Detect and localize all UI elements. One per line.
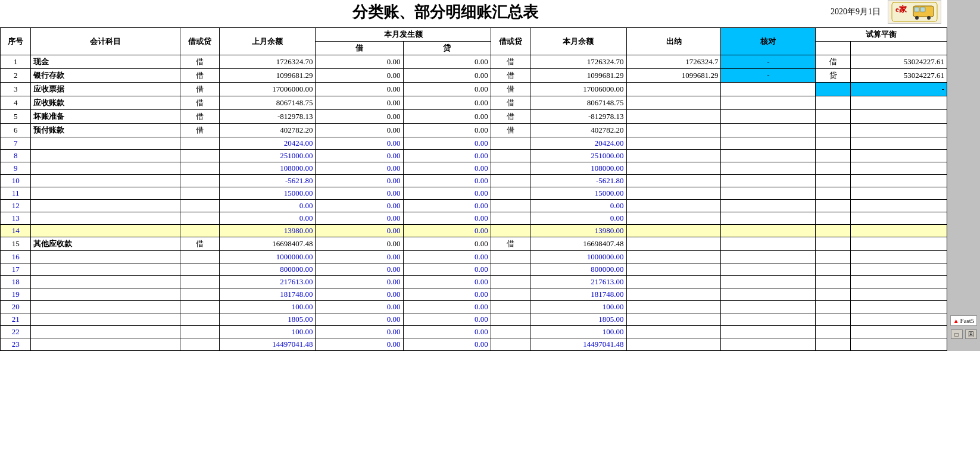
dc1-cell: [180, 301, 219, 313]
table-area: 分类账、部分明细账汇总表 2020年9月1日 e家: [0, 0, 947, 351]
debit-cell: 0.00: [316, 313, 403, 326]
trial-label-cell: [816, 263, 851, 276]
account-cell: [31, 251, 180, 263]
seq-cell: 20: [1, 301, 31, 313]
prev-balance-cell: 1000000.00: [219, 251, 316, 263]
fast5-label: Fast5: [960, 317, 975, 324]
cashier-cell: [626, 212, 721, 225]
trial-value-cell: [851, 175, 947, 187]
prev-balance-cell: 100.00: [219, 326, 316, 338]
col-header-credit: 贷: [403, 42, 491, 55]
curr-balance-cell: 251000.00: [530, 150, 626, 162]
trial-label-cell: [816, 276, 851, 288]
cashier-cell: [626, 263, 721, 276]
curr-balance-cell: 1805.00: [530, 313, 626, 326]
col-header-trial: 试算平衡: [816, 28, 947, 42]
cashier-cell: [626, 83, 721, 96]
restore-button[interactable]: 回: [965, 329, 977, 339]
col-header-current-period: 本月发生额: [316, 28, 491, 42]
trial-value-cell: [851, 313, 947, 326]
dc2-cell: [491, 326, 530, 338]
curr-balance-cell: 15000.00: [530, 187, 626, 200]
dc2-cell: 借: [491, 96, 530, 110]
debit-cell: 0.00: [316, 276, 403, 288]
side-panel: ▲ Fast5 □ 回: [947, 0, 980, 351]
credit-cell: 0.00: [403, 83, 491, 96]
account-cell: [31, 313, 180, 326]
account-cell: [31, 301, 180, 313]
prev-balance-cell: 108000.00: [219, 162, 316, 175]
main-table: 序号 会计科目 借或贷 上月余额 本月发生额 借或贷 本月余额 出纳 核对 试算…: [0, 27, 947, 351]
page-container: 分类账、部分明细账汇总表 2020年9月1日 e家: [0, 0, 980, 351]
table-row: 19 181748.00 0.00 0.00 181748.00: [1, 288, 947, 301]
debit-cell: 0.00: [316, 124, 403, 137]
cashier-cell: [626, 175, 721, 187]
debit-cell: 0.00: [316, 251, 403, 263]
debit-cell: 0.00: [316, 55, 403, 69]
debit-cell: 0.00: [316, 326, 403, 338]
verify-cell: [721, 150, 816, 162]
seq-cell: 7: [1, 137, 31, 150]
dc1-cell: [180, 150, 219, 162]
account-cell: [31, 150, 180, 162]
curr-balance-cell: 100.00: [530, 301, 626, 313]
debit-cell: 0.00: [316, 301, 403, 313]
dc2-cell: [491, 175, 530, 187]
trial-label-cell: [816, 110, 851, 124]
verify-cell: [721, 137, 816, 150]
dc1-cell: 借: [180, 83, 219, 96]
curr-balance-cell: 17006000.00: [530, 83, 626, 96]
prev-balance-cell: 217613.00: [219, 276, 316, 288]
dc1-cell: 借: [180, 237, 219, 251]
prev-balance-cell: 13980.00: [219, 225, 316, 237]
svg-rect-3: [915, 7, 919, 12]
trial-value-cell: [851, 96, 947, 110]
dc2-cell: [491, 288, 530, 301]
curr-balance-cell: 108000.00: [530, 162, 626, 175]
trial-label-cell: [816, 187, 851, 200]
verify-cell: [721, 276, 816, 288]
trial-label-cell: [816, 288, 851, 301]
trial-value-cell: [851, 150, 947, 162]
col-header-dc1: 借或贷: [180, 28, 219, 55]
prev-balance-cell: 251000.00: [219, 150, 316, 162]
cashier-cell: [626, 225, 721, 237]
credit-cell: 0.00: [403, 69, 491, 83]
col-header-cashier: 出纳: [626, 28, 721, 55]
dc1-cell: 借: [180, 69, 219, 83]
trial-label-cell: [816, 162, 851, 175]
dc1-cell: [180, 288, 219, 301]
seq-cell: 2: [1, 69, 31, 83]
trial-label-cell: [816, 251, 851, 263]
table-body: 1 现金 借 1726324.70 0.00 0.00 借 1726324.70…: [1, 55, 947, 351]
dc2-cell: [491, 338, 530, 351]
col-header-trial-label: [816, 42, 851, 55]
debit-cell: 0.00: [316, 69, 403, 83]
cashier-cell: [626, 200, 721, 212]
debit-cell: 0.00: [316, 237, 403, 251]
dc1-cell: [180, 326, 219, 338]
account-cell: [31, 187, 180, 200]
seq-cell: 9: [1, 162, 31, 175]
prev-balance-cell: 100.00: [219, 301, 316, 313]
fast5-icon: ▲: [953, 318, 959, 324]
credit-cell: 0.00: [403, 55, 491, 69]
dc2-cell: 借: [491, 69, 530, 83]
table-row: 18 217613.00 0.00 0.00 217613.00: [1, 276, 947, 288]
minimize-button[interactable]: □: [951, 329, 963, 339]
seq-cell: 5: [1, 110, 31, 124]
verify-cell: [721, 263, 816, 276]
verify-cell: [721, 338, 816, 351]
credit-cell: 0.00: [403, 137, 491, 150]
debit-cell: 0.00: [316, 225, 403, 237]
seq-cell: 3: [1, 83, 31, 96]
trial-value-cell: [851, 276, 947, 288]
table-row: 2 银行存款 借 1099681.29 0.00 0.00 借 1099681.…: [1, 69, 947, 83]
curr-balance-cell: 100.00: [530, 326, 626, 338]
debit-cell: 0.00: [316, 263, 403, 276]
curr-balance-cell: 0.00: [530, 212, 626, 225]
trial-label-cell: [816, 124, 851, 137]
credit-cell: 0.00: [403, 326, 491, 338]
account-cell: [31, 263, 180, 276]
dc1-cell: [180, 338, 219, 351]
